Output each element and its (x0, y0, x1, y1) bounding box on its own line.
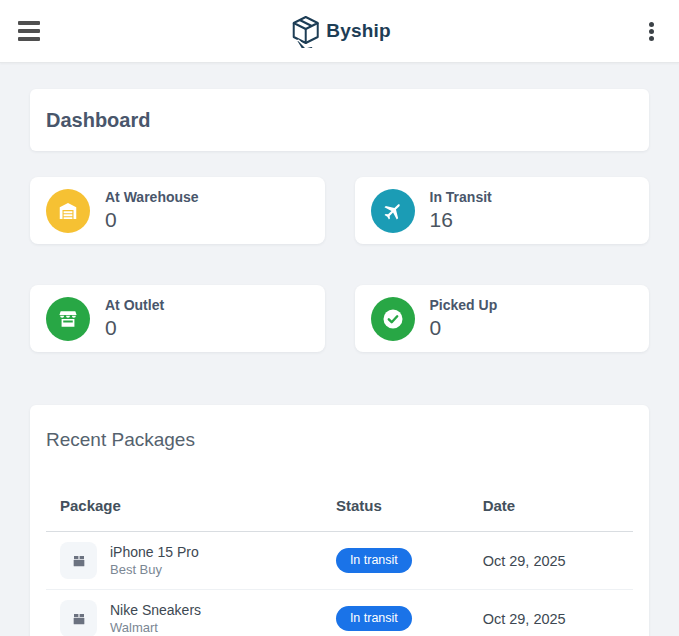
status-badge: In transit (336, 606, 412, 631)
main-content: Dashboard At Warehouse 0 In Tra (0, 63, 679, 636)
package-box-icon (60, 542, 97, 579)
column-header-package: Package (46, 483, 322, 532)
recent-packages-title: Recent Packages (46, 427, 633, 453)
kebab-dot (649, 29, 654, 34)
package-text: Nike Sneakers Walmart (110, 601, 201, 636)
warehouse-icon (46, 189, 90, 233)
package-cell: iPhone 15 Pro Best Buy (60, 542, 308, 579)
stat-text: At Warehouse 0 (105, 188, 199, 233)
package-name: iPhone 15 Pro (110, 543, 199, 561)
stat-value: 0 (105, 207, 199, 233)
recent-packages-header: Recent Packages (30, 405, 649, 483)
kebab-menu-button[interactable] (641, 19, 661, 43)
brand-logo[interactable]: Byship (288, 14, 391, 48)
page-title: Dashboard (46, 106, 633, 134)
check-circle-icon (371, 297, 415, 341)
column-header-status: Status (322, 483, 469, 532)
recent-packages-card: Recent Packages Package Status Date (30, 405, 649, 636)
table-row[interactable]: Nike Sneakers Walmart In transit Oct 29,… (46, 590, 633, 636)
hamburger-bar (18, 29, 40, 33)
stat-text: In Transit 16 (430, 188, 492, 233)
stat-label: Picked Up (430, 296, 498, 315)
package-store: Best Buy (110, 561, 199, 578)
brand-name: Byship (326, 20, 391, 42)
package-text: iPhone 15 Pro Best Buy (110, 543, 199, 578)
stat-label: In Transit (430, 188, 492, 207)
stats-grid: At Warehouse 0 In Transit 16 (30, 177, 649, 352)
store-icon (46, 297, 90, 341)
column-header-date: Date (469, 483, 633, 532)
stat-text: Picked Up 0 (430, 296, 498, 341)
page-title-card: Dashboard (30, 89, 649, 151)
stat-value: 16 (430, 207, 492, 233)
package-name: Nike Sneakers (110, 601, 201, 619)
stat-label: At Outlet (105, 296, 164, 315)
stat-card-picked-up[interactable]: Picked Up 0 (355, 285, 650, 352)
status-badge: In transit (336, 548, 412, 573)
hamburger-bar (18, 21, 40, 25)
kebab-dot (649, 36, 654, 41)
kebab-dot (649, 22, 654, 27)
stat-value: 0 (430, 315, 498, 341)
package-store: Walmart (110, 619, 201, 636)
table-header-row: Package Status Date (46, 483, 633, 532)
stat-value: 0 (105, 315, 164, 341)
package-date: Oct 29, 2025 (483, 553, 566, 569)
plane-icon (371, 189, 415, 233)
stat-label: At Warehouse (105, 188, 199, 207)
packages-table: Package Status Date (46, 483, 633, 636)
package-box-icon (60, 600, 97, 636)
table-row[interactable]: iPhone 15 Pro Best Buy In transit Oct 29… (46, 532, 633, 590)
hamburger-menu-button[interactable] (18, 21, 42, 41)
byship-box-plane-icon (288, 14, 322, 48)
stat-text: At Outlet 0 (105, 296, 164, 341)
stat-card-at-warehouse[interactable]: At Warehouse 0 (30, 177, 325, 244)
stat-card-in-transit[interactable]: In Transit 16 (355, 177, 650, 244)
hamburger-bar (18, 37, 40, 41)
top-app-bar: Byship (0, 0, 679, 63)
package-date: Oct 29, 2025 (483, 611, 566, 627)
package-cell: Nike Sneakers Walmart (60, 600, 308, 636)
stat-card-at-outlet[interactable]: At Outlet 0 (30, 285, 325, 352)
